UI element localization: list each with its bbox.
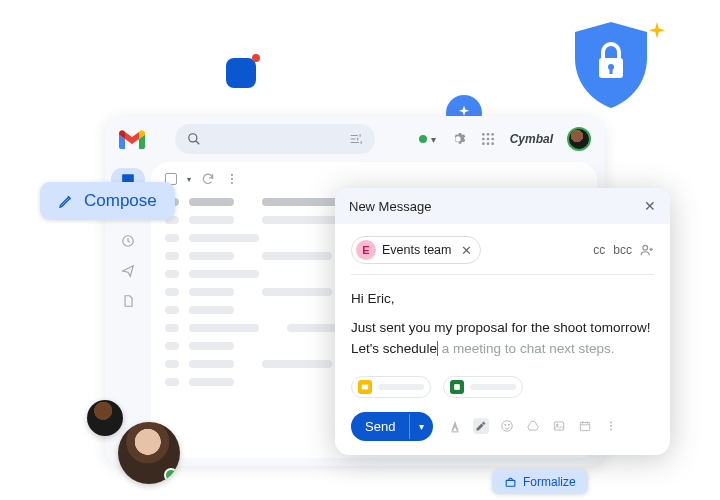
send-button-label: Send	[351, 412, 409, 441]
svg-point-4	[482, 133, 485, 136]
svg-point-28	[610, 425, 612, 427]
attachments-row	[351, 376, 654, 398]
svg-point-9	[491, 138, 494, 141]
sidebar-item-sent[interactable]	[119, 262, 137, 280]
cc-button[interactable]: cc	[593, 243, 605, 257]
profile-avatar	[87, 400, 123, 436]
chat-icon	[226, 58, 256, 88]
svg-rect-24	[555, 422, 564, 430]
svg-point-10	[482, 142, 485, 145]
search-input[interactable]	[175, 124, 375, 154]
calendar-icon[interactable]	[577, 418, 593, 434]
list-toolbar: ▾	[165, 172, 583, 186]
message-body[interactable]: Hi Eric, Just sent you my proposal for t…	[351, 289, 654, 360]
svg-point-15	[231, 174, 233, 176]
attachment-sheets[interactable]	[443, 376, 523, 398]
svg-point-23	[509, 425, 510, 426]
recipients-field[interactable]: E Events team ✕ cc bcc	[351, 236, 654, 275]
pencil-icon	[58, 193, 74, 209]
top-bar: ▾ Cymbal	[105, 116, 605, 162]
format-icon[interactable]	[447, 418, 463, 434]
svg-rect-20	[452, 432, 459, 433]
svg-point-12	[491, 142, 494, 145]
more-vert-icon[interactable]	[603, 418, 619, 434]
profile-avatar	[118, 422, 180, 484]
apps-grid-icon[interactable]	[480, 131, 496, 147]
image-icon[interactable]	[551, 418, 567, 434]
shield-lock-icon	[575, 22, 647, 108]
compose-header[interactable]: New Message ✕	[335, 188, 670, 224]
remove-chip-icon[interactable]: ✕	[461, 243, 472, 258]
sidebar-item-drafts[interactable]	[119, 292, 137, 310]
svg-point-17	[231, 182, 233, 184]
compose-button[interactable]: Compose	[40, 182, 175, 220]
body-greeting: Hi Eric,	[351, 289, 654, 310]
presence-active-icon	[164, 468, 178, 482]
svg-rect-19	[362, 384, 368, 389]
workspace-label: Cymbal	[510, 132, 553, 146]
sparkle-icon	[646, 22, 668, 44]
svg-point-8	[486, 138, 489, 141]
body-line: Just sent you my proposal for the shoot …	[351, 320, 650, 335]
sidebar-item-snoozed[interactable]	[119, 232, 137, 250]
svg-point-16	[231, 178, 233, 180]
chevron-down-icon[interactable]: ▾	[187, 175, 191, 184]
svg-point-3	[189, 134, 197, 142]
formalize-button[interactable]: Formalize	[492, 470, 588, 494]
svg-point-7	[482, 138, 485, 141]
compose-window: New Message ✕ E Events team ✕ cc bcc Hi …	[335, 188, 670, 455]
svg-rect-30	[506, 480, 515, 486]
attachment-slides[interactable]	[351, 376, 431, 398]
recipient-chip[interactable]: E Events team ✕	[351, 236, 481, 264]
compose-title: New Message	[349, 199, 431, 214]
chevron-down-icon: ▾	[431, 134, 436, 145]
body-typed: Let's schedule	[351, 341, 437, 356]
svg-point-5	[486, 133, 489, 136]
svg-point-18	[643, 245, 648, 250]
svg-point-11	[486, 142, 489, 145]
add-recipient-icon[interactable]	[640, 243, 654, 257]
smart-compose-suggestion: a meeting to chat next steps.	[438, 341, 614, 356]
send-button[interactable]: Send ▾	[351, 412, 433, 441]
compose-button-label: Compose	[84, 191, 157, 211]
svg-rect-2	[610, 68, 613, 74]
search-icon	[187, 132, 201, 146]
briefcase-icon	[504, 476, 517, 489]
compose-toolbar: Send ▾	[351, 412, 654, 441]
sheets-icon	[450, 380, 464, 394]
account-avatar[interactable]	[567, 127, 591, 151]
status-active-icon	[419, 135, 427, 143]
more-vert-icon[interactable]	[225, 172, 239, 186]
svg-point-21	[502, 421, 513, 432]
svg-point-22	[505, 425, 506, 426]
smart-compose-icon[interactable]	[473, 418, 489, 434]
drive-icon[interactable]	[525, 418, 541, 434]
svg-point-27	[610, 422, 612, 424]
refresh-icon[interactable]	[201, 172, 215, 186]
send-options-icon[interactable]: ▾	[409, 414, 433, 439]
close-icon[interactable]: ✕	[644, 198, 656, 214]
tune-icon[interactable]	[349, 132, 363, 146]
emoji-icon[interactable]	[499, 418, 515, 434]
slides-icon	[358, 380, 372, 394]
chip-label: Events team	[382, 243, 451, 257]
svg-point-29	[610, 429, 612, 431]
gear-icon[interactable]	[450, 131, 466, 147]
chip-avatar: E	[356, 240, 376, 260]
status-indicator[interactable]: ▾	[419, 134, 436, 145]
bcc-button[interactable]: bcc	[613, 243, 632, 257]
formalize-label: Formalize	[523, 475, 576, 489]
svg-rect-26	[581, 423, 590, 431]
svg-point-6	[491, 133, 494, 136]
gmail-logo-icon	[119, 129, 145, 149]
